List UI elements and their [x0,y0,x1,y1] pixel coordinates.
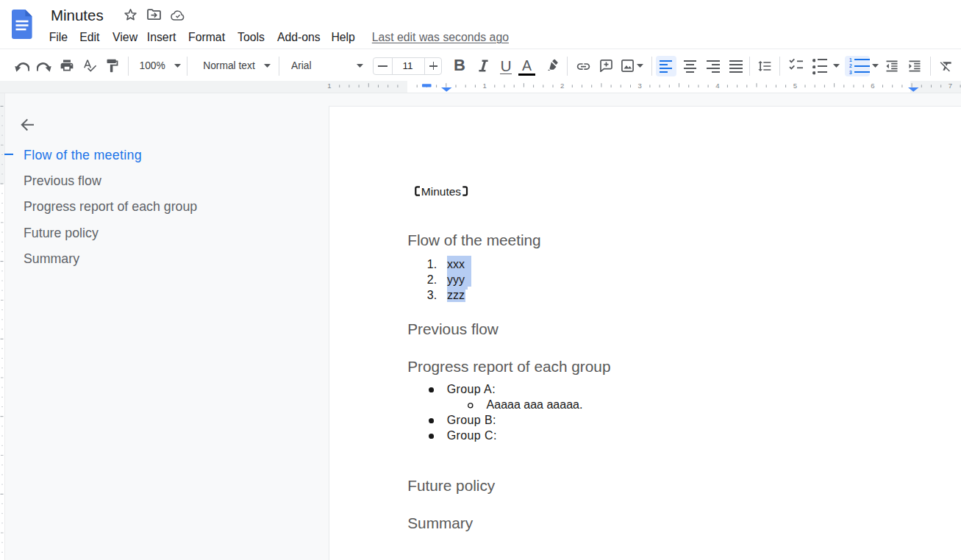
svg-text:2: 2 [560,82,564,90]
svg-text:5: 5 [793,82,797,90]
svg-text:3: 3 [638,82,642,90]
svg-text:1: 1 [327,82,331,90]
svg-text:6: 6 [871,82,874,90]
svg-text:4: 4 [715,82,719,90]
svg-text:7: 7 [949,82,952,90]
svg-text:1: 1 [482,82,486,90]
